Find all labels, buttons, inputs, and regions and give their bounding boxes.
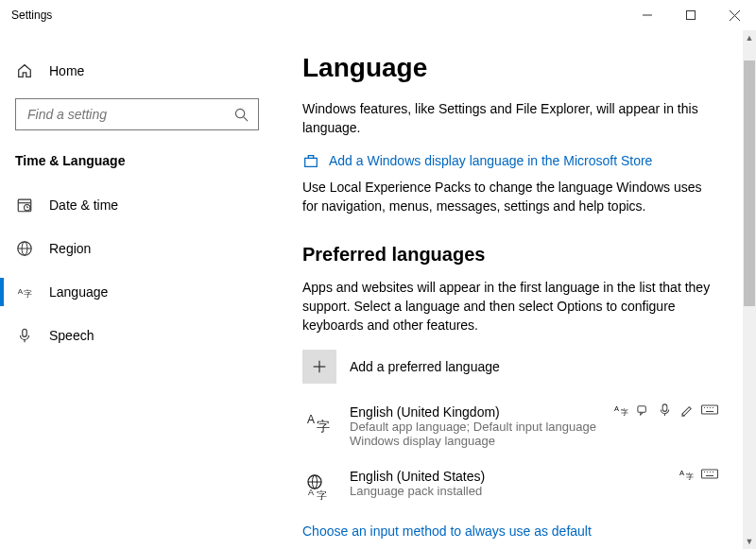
sidebar-item-label: Date & time [49, 197, 118, 213]
globe-icon [15, 239, 34, 258]
keyboard-icon [701, 467, 718, 481]
svg-text:A: A [614, 405, 619, 414]
language-icon: A字 [15, 283, 34, 301]
preferred-desc: Apps and websites will appear in the fir… [302, 279, 718, 335]
feature-icons: A字 [614, 403, 718, 417]
display-language-icon: A字 [679, 467, 694, 481]
search-input[interactable] [26, 106, 234, 123]
svg-text:字: 字 [686, 472, 694, 481]
language-name: English (United States) [350, 469, 485, 484]
maximize-button[interactable] [669, 0, 713, 30]
svg-rect-41 [702, 470, 718, 478]
store-link[interactable]: Add a Windows display language in the Mi… [302, 152, 728, 169]
language-item-us[interactable]: A字 English (United States) Language pack… [302, 469, 718, 503]
svg-rect-24 [638, 406, 645, 413]
svg-rect-25 [662, 404, 667, 412]
calendar-icon [15, 196, 34, 214]
svg-point-4 [235, 109, 244, 117]
sidebar-item-label: Region [49, 241, 91, 256]
keyboard-icon [701, 403, 718, 417]
add-language-label: Add a preferred language [350, 359, 500, 374]
scroll-down-arrow[interactable]: ▼ [743, 534, 756, 549]
store-desc: Use Local Experience Packs to change the… [302, 179, 718, 215]
search-field[interactable] [15, 98, 259, 130]
svg-rect-1 [687, 11, 696, 20]
svg-text:A: A [308, 488, 314, 497]
sidebar-home-label: Home [49, 63, 84, 78]
handwriting-icon [679, 403, 694, 417]
minimize-button[interactable] [626, 0, 669, 30]
language-sub1: Language pack installed [350, 484, 485, 498]
display-language-icon: A字 [614, 403, 628, 417]
svg-text:A: A [679, 470, 684, 478]
add-language-button[interactable]: Add a preferred language [302, 350, 728, 384]
sidebar-item-region[interactable]: Region [0, 227, 274, 270]
close-button[interactable] [713, 0, 756, 30]
svg-text:A: A [307, 413, 315, 426]
language-name: English (United Kingdom) [350, 404, 596, 420]
sidebar-item-language[interactable]: A字 Language [0, 270, 274, 314]
language-item-uk[interactable]: A字 English (United Kingdom) Default app … [302, 404, 718, 448]
svg-text:字: 字 [317, 489, 327, 500]
svg-rect-28 [702, 405, 718, 414]
input-method-link[interactable]: Choose an input method to always use as … [302, 523, 728, 539]
search-icon [234, 108, 249, 122]
microphone-icon [15, 326, 34, 345]
scroll-up-arrow[interactable]: ▲ [743, 30, 756, 45]
sidebar-item-label: Language [49, 284, 108, 300]
sidebar-item-speech[interactable]: Speech [0, 314, 274, 357]
sidebar-item-label: Speech [49, 328, 94, 343]
svg-line-5 [244, 116, 248, 120]
plus-icon [302, 350, 336, 384]
scrollbar-thumb[interactable] [744, 60, 755, 306]
language-sub1: Default app language; Default input lang… [350, 420, 596, 434]
language-globe-icon: A字 [302, 469, 336, 503]
store-link-label: Add a Windows display language in the Mi… [329, 153, 652, 168]
text-to-speech-icon [636, 403, 650, 417]
svg-text:字: 字 [621, 407, 628, 417]
svg-text:A: A [18, 287, 24, 296]
speech-recognition-icon [658, 403, 672, 417]
sidebar-category: Time & Language [0, 144, 274, 183]
sidebar-home[interactable]: Home [0, 49, 274, 93]
preferred-heading: Preferred languages [302, 244, 728, 266]
window-title: Settings [11, 9, 52, 22]
page-title: Language [302, 53, 728, 83]
titlebar: Settings [0, 0, 756, 30]
svg-rect-16 [23, 329, 27, 336]
svg-text:字: 字 [24, 289, 32, 299]
feature-icons: A字 [679, 467, 718, 481]
home-icon [15, 61, 34, 80]
svg-text:字: 字 [317, 419, 330, 434]
intro-text: Windows features, like Settings and File… [302, 100, 718, 137]
language-glyph-icon: A字 [302, 404, 336, 438]
store-icon [302, 152, 319, 169]
main-panel: Language Windows features, like Settings… [274, 30, 756, 549]
scrollbar[interactable]: ▲ ▼ [743, 30, 756, 549]
sidebar: Home Time & Language Date & time Reg [0, 30, 274, 549]
sidebar-item-date-time[interactable]: Date & time [0, 183, 274, 227]
language-sub2: Windows display language [350, 434, 596, 448]
